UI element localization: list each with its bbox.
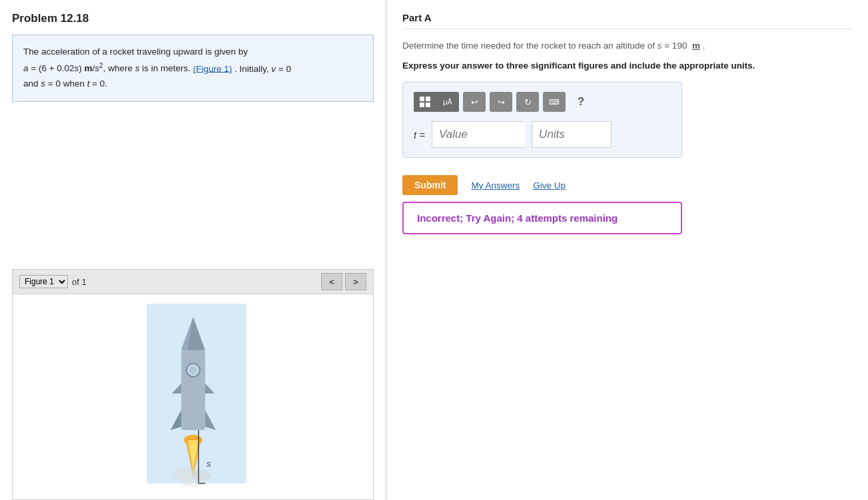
units-input[interactable] (532, 121, 612, 148)
desc-math: a = (6 + 0.02s) m/s2, where s is in mete… (23, 63, 193, 73)
part-a-title: Part A (402, 12, 852, 29)
undo-button[interactable]: ↩ (463, 92, 486, 112)
figure-of: of 1 (72, 277, 87, 287)
toolbar: μÅ ↩ ↪ ↻ ⌨ ? (414, 92, 671, 112)
svg-rect-19 (420, 97, 424, 101)
refresh-icon: ↻ (524, 97, 532, 107)
keyboard-icon: ⌨ (549, 98, 560, 107)
figure-bar: Figure 1 of 1 < > (12, 269, 374, 294)
figure-select[interactable]: Figure 1 (19, 275, 68, 288)
svg-rect-21 (420, 103, 424, 107)
my-answers-button[interactable]: My Answers (471, 180, 520, 190)
mu-icon: μÅ (443, 98, 452, 106)
rocket-svg: s (127, 297, 260, 497)
submit-button[interactable]: Submit (402, 175, 458, 195)
figure-next-button[interactable]: > (345, 273, 366, 290)
refresh-button[interactable]: ↻ (516, 92, 539, 112)
keyboard-button[interactable]: ⌨ (543, 92, 566, 112)
svg-point-15 (180, 473, 207, 487)
desc-text-1: The acceleration of a rocket traveling u… (23, 47, 248, 57)
problem-title: Problem 12.18 (12, 12, 374, 25)
grid-icon-button[interactable] (414, 92, 436, 112)
right-panel: Part A Determine the time needed for the… (386, 0, 868, 500)
help-button[interactable]: ? (570, 92, 592, 112)
svg-rect-22 (426, 103, 430, 107)
question-text: Determine the time needed for the rocket… (402, 39, 852, 53)
figure-link[interactable]: (Figure 1) (193, 63, 232, 73)
svg-point-9 (189, 366, 197, 374)
value-input[interactable] (432, 121, 525, 148)
mu-button[interactable]: μÅ (436, 92, 459, 112)
symbol-buttons: μÅ (414, 92, 459, 112)
left-panel: Problem 12.18 The acceleration of a rock… (0, 0, 386, 500)
answer-box: μÅ ↩ ↪ ↻ ⌨ ? (402, 82, 682, 158)
incorrect-banner: Incorrect; Try Again; 4 attempts remaini… (402, 202, 682, 234)
instruction-text: Express your answer to three significant… (402, 59, 852, 73)
submit-row: Submit My Answers Give Up (402, 175, 852, 195)
svg-rect-1 (181, 350, 205, 430)
question-icon: ? (578, 95, 584, 109)
redo-button[interactable]: ↪ (490, 92, 512, 112)
problem-description: The acceleration of a rocket traveling u… (12, 35, 374, 102)
figure-image: s (12, 294, 374, 500)
svg-rect-20 (426, 97, 430, 101)
undo-icon: ↩ (471, 97, 478, 107)
redo-icon: ↪ (498, 97, 505, 107)
desc-text-2: . Initially, v = 0 (234, 63, 291, 73)
desc-text-3: and s = 0 when t = 0. (23, 79, 107, 89)
t-equals-label: t = (414, 129, 425, 140)
grid-icon (419, 96, 431, 108)
figure-nav: < > (321, 273, 366, 290)
svg-text:s: s (207, 459, 211, 469)
input-row: t = (414, 121, 671, 148)
figure-prev-button[interactable]: < (321, 273, 342, 290)
give-up-button[interactable]: Give Up (533, 180, 566, 190)
